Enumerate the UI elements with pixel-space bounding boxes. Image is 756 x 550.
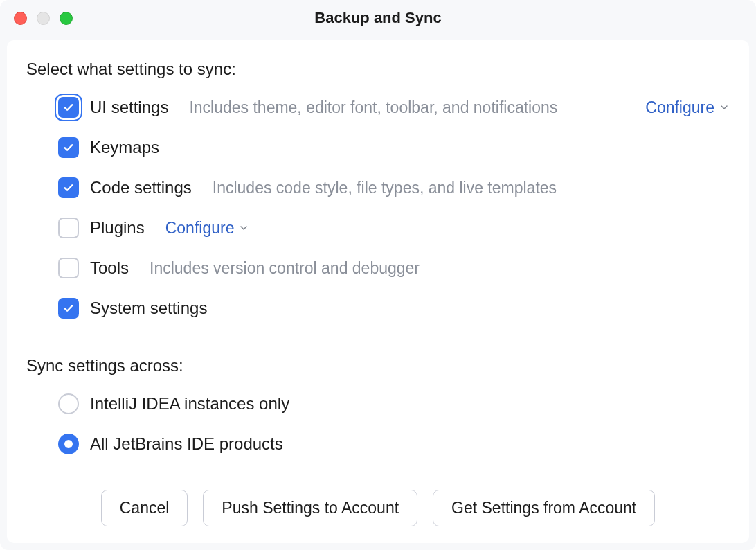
button-row: Cancel Push Settings to Account Get Sett…	[26, 483, 730, 526]
option-hint: Includes version control and debugger	[150, 259, 420, 278]
cancel-button[interactable]: Cancel	[101, 490, 188, 526]
push-settings-button[interactable]: Push Settings to Account	[203, 490, 417, 526]
chevron-down-icon	[719, 98, 730, 117]
window-close-button[interactable]	[14, 12, 27, 25]
option-hint: Includes theme, editor font, toolbar, an…	[189, 98, 557, 117]
sync-scope-radio-group: IntelliJ IDEA instances onlyAll JetBrain…	[58, 393, 730, 454]
chevron-down-icon	[238, 219, 249, 238]
settings-options-list: UI settingsIncludes theme, editor font, …	[58, 97, 730, 319]
option-label: UI settings	[90, 98, 168, 117]
settings-option-row: UI settingsIncludes theme, editor font, …	[58, 97, 730, 118]
radio-label: All JetBrains IDE products	[90, 434, 283, 454]
settings-option-row: Keymaps	[58, 137, 730, 158]
checkbox-plugins[interactable]	[58, 218, 79, 238]
radio-row: All JetBrains IDE products	[58, 434, 730, 454]
window-title: Backup and Sync	[14, 9, 742, 27]
configure-link[interactable]: Configure	[165, 219, 250, 238]
option-label: Code settings	[90, 178, 192, 197]
checkbox-ui-settings[interactable]	[58, 97, 79, 118]
checkbox-system-settings[interactable]	[58, 298, 79, 319]
option-label: Tools	[90, 258, 129, 278]
dialog-content: Select what settings to sync: UI setting…	[7, 40, 749, 543]
sync-settings-label: Select what settings to sync:	[26, 60, 730, 79]
titlebar: Backup and Sync	[0, 0, 756, 36]
radio-label: IntelliJ IDEA instances only	[90, 394, 289, 414]
dialog-window: Backup and Sync Select what settings to …	[0, 0, 756, 550]
radio-intellij-idea-instances-only[interactable]	[58, 393, 79, 414]
window-minimize-button[interactable]	[37, 12, 50, 25]
option-label: Plugins	[90, 218, 145, 238]
settings-option-row: System settings	[58, 298, 730, 319]
checkbox-code-settings[interactable]	[58, 177, 79, 198]
settings-option-row: Code settingsIncludes code style, file t…	[58, 177, 730, 198]
option-hint: Includes code style, file types, and liv…	[213, 179, 557, 197]
window-maximize-button[interactable]	[60, 12, 73, 25]
get-settings-button[interactable]: Get Settings from Account	[433, 490, 655, 526]
sync-across-label: Sync settings across:	[26, 356, 730, 375]
radio-row: IntelliJ IDEA instances only	[58, 393, 730, 414]
configure-link-label: Configure	[645, 98, 714, 117]
checkbox-keymaps[interactable]	[58, 137, 79, 158]
configure-link[interactable]: Configure	[645, 98, 730, 117]
settings-option-row: ToolsIncludes version control and debugg…	[58, 258, 730, 278]
radio-all-jetbrains-ide-products[interactable]	[58, 434, 79, 454]
settings-option-row: PluginsConfigure	[58, 218, 730, 238]
option-label: System settings	[90, 299, 207, 318]
option-label: Keymaps	[90, 138, 159, 157]
configure-link-label: Configure	[165, 219, 235, 238]
traffic-lights	[14, 12, 73, 25]
checkbox-tools[interactable]	[58, 258, 79, 278]
